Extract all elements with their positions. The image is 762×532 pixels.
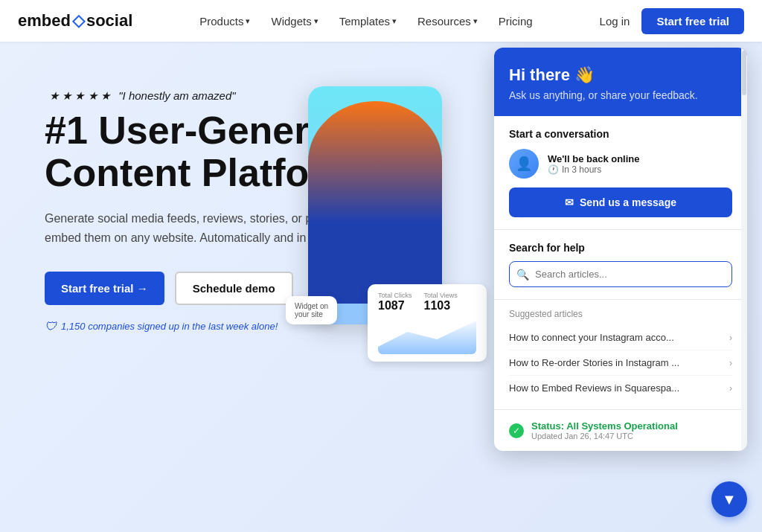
status-info: Status: All Systems Operational Updated … [531, 420, 678, 440]
chat-conversation-section: Start a conversation 👤 We'll be back onl… [494, 116, 747, 230]
conversation-title: Start a conversation [509, 128, 732, 140]
agent-info: We'll be back online 🕐 In 3 hours [548, 153, 640, 175]
chat-search-section: Search for help 🔍 [494, 230, 747, 300]
hero-demo-button[interactable]: Schedule demo [175, 272, 293, 305]
clock-icon: 🕐 [548, 164, 559, 175]
logo-icon: ◇ [72, 11, 85, 31]
stats-chart [378, 317, 476, 354]
chevron-right-icon: › [729, 333, 732, 343]
stat-val-clicks: 1087 [378, 299, 412, 313]
logo: embed◇social [18, 11, 132, 31]
nav-templates[interactable]: Templates ▾ [339, 15, 397, 28]
person-image [308, 101, 442, 304]
caret-icon: ▾ [392, 16, 397, 26]
send-message-button[interactable]: ✉ Send us a message [509, 188, 732, 217]
agent-name: We'll be back online [548, 153, 640, 164]
mail-icon: ✉ [565, 196, 574, 208]
status-text: Status: All Systems Operational [531, 420, 678, 432]
login-button[interactable]: Log in [600, 15, 630, 28]
nav-links: Products ▾ Widgets ▾ Templates ▾ Resourc… [199, 15, 532, 28]
scrollbar-track[interactable] [741, 48, 747, 451]
chat-status-bar: ✓ Status: All Systems Operational Update… [494, 410, 747, 451]
chat-agent: 👤 We'll be back online 🕐 In 3 hours [509, 149, 732, 179]
nav-right: Log in Start free trial [600, 8, 744, 34]
chat-header: Hi there 👋 Ask us anything, or share you… [494, 48, 747, 116]
chevron-right-icon: › [729, 358, 732, 368]
stats-card: Total Clicks 1087 Total Views 1103 [368, 284, 487, 362]
article-item-1[interactable]: How to Re-order Stories in Instagram ...… [509, 350, 732, 376]
stat-label-clicks: Total Clicks [378, 292, 412, 299]
agent-status: 🕐 In 3 hours [548, 164, 640, 175]
chevron-right-icon: › [729, 383, 732, 394]
nav-trial-button[interactable]: Start free trial [641, 8, 744, 34]
stat-val-views: 1103 [424, 299, 458, 313]
status-sub: Updated Jan 26, 14:47 UTC [531, 432, 678, 440]
stats-row: Total Clicks 1087 Total Views 1103 [378, 292, 476, 313]
nav-widgets[interactable]: Widgets ▾ [271, 15, 318, 28]
search-input[interactable] [509, 261, 732, 287]
navbar: embed◇social Products ▾ Widgets ▾ Templa… [0, 0, 762, 42]
agent-avatar: 👤 [509, 149, 539, 179]
shield-icon: 🛡 [45, 320, 57, 333]
search-input-wrap: 🔍 [509, 261, 732, 287]
chat-widget: Hi there 👋 Ask us anything, or share you… [494, 48, 747, 451]
chat-greeting: Hi there 👋 [509, 65, 732, 85]
chat-fab-button[interactable]: ▼ [711, 481, 747, 517]
suggested-articles-section: Suggested articles How to connect your I… [494, 300, 747, 410]
nav-products[interactable]: Products ▾ [199, 15, 250, 28]
stat-label-views: Total Views [424, 292, 458, 299]
hero-visual: Widget on your site Total Clicks 1087 To… [308, 86, 472, 369]
chat-subtext: Ask us anything, or share your feedback. [509, 89, 732, 101]
article-item-0[interactable]: How to connect your Instagram acco... › [509, 325, 732, 350]
caret-icon: ▾ [473, 16, 478, 26]
status-dot: ✓ [509, 423, 524, 438]
search-icon: 🔍 [516, 269, 529, 281]
caret-icon: ▾ [246, 16, 250, 26]
suggested-title: Suggested articles [509, 309, 732, 319]
widget-badge: Widget on your site [286, 296, 337, 324]
chevron-down-icon: ▼ [722, 491, 737, 508]
caret-icon: ▾ [314, 16, 318, 26]
scrollbar-thumb[interactable] [742, 51, 746, 95]
nav-resources[interactable]: Resources ▾ [417, 15, 478, 28]
nav-pricing[interactable]: Pricing [499, 15, 533, 28]
hero-trial-button[interactable]: Start free trial → [45, 272, 164, 305]
search-title: Search for help [509, 242, 732, 254]
article-item-2[interactable]: How to Embed Reviews in Squarespa... › [509, 376, 732, 400]
